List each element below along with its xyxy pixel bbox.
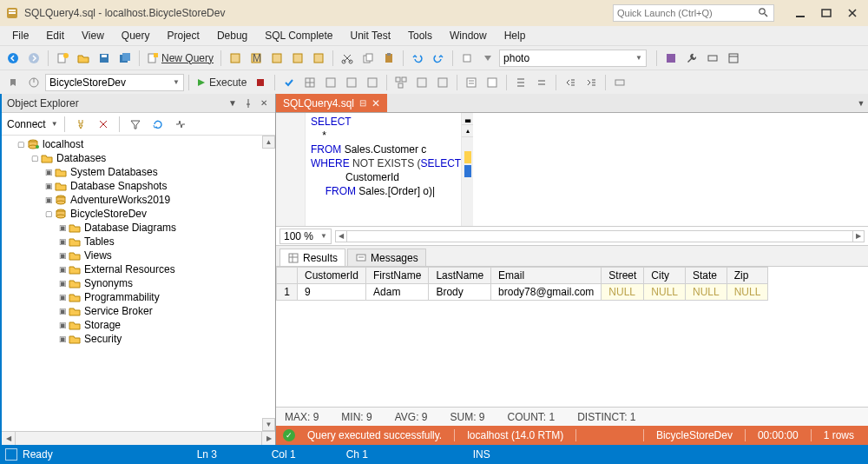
menu-tools[interactable]: Tools [401, 28, 439, 43]
tb-right-4[interactable] [724, 49, 743, 68]
new-item-button[interactable] [53, 49, 72, 68]
table-row[interactable]: 1 9 Adam Brody brody78@gmail.com NULL NU… [277, 284, 768, 301]
col-street[interactable]: Street [602, 268, 644, 284]
cell-city[interactable]: NULL [644, 284, 686, 301]
col-lastname[interactable]: LastName [429, 268, 491, 284]
tree-server[interactable]: ▢localhost [2, 137, 275, 151]
object-tree[interactable]: ▲ ▢localhost ▢Databases ▣System Database… [2, 136, 275, 431]
tree-diagrams[interactable]: ▣Database Diagrams [2, 221, 275, 235]
tree-views[interactable]: ▣Views [2, 249, 275, 262]
tb2-plan3[interactable] [433, 73, 452, 92]
tb2-btn1[interactable] [3, 73, 23, 92]
scroll-left[interactable]: ◀ [2, 432, 16, 445]
tb-right-1[interactable] [661, 49, 681, 68]
col-city[interactable]: City [644, 268, 686, 284]
menu-sql-complete[interactable]: SQL Complete [258, 28, 339, 43]
code-content[interactable]: SELECT * FROM Sales.Customer c WHERE NOT… [306, 113, 461, 226]
save-all-button[interactable] [115, 49, 135, 68]
tree-storage[interactable]: ▣Storage [2, 318, 275, 332]
menu-project[interactable]: Project [161, 28, 207, 43]
cell-zip[interactable]: NULL [727, 284, 768, 301]
connect-btn-disconnect[interactable] [94, 115, 113, 134]
tb-btn-group1c[interactable] [267, 49, 286, 68]
tb-btn-group1b[interactable]: MD [247, 49, 266, 68]
database-dropdown[interactable]: BicycleStoreDev▼ [45, 74, 184, 91]
pin-icon[interactable] [242, 97, 254, 109]
activity-button[interactable] [171, 115, 190, 134]
menu-query[interactable]: Query [115, 28, 157, 43]
save-button[interactable] [95, 49, 114, 68]
tab-results[interactable]: Results [279, 249, 345, 266]
scroll-down[interactable]: ▼ [262, 418, 275, 431]
refresh-button[interactable] [148, 115, 168, 134]
split-icon[interactable]: ▃ [462, 113, 473, 125]
scroll-left[interactable]: ◀ [335, 230, 347, 242]
tb2-text1[interactable] [462, 73, 481, 92]
code-editor[interactable]: SELECT * FROM Sales.Customer c WHERE NOT… [276, 113, 868, 226]
col-firstname[interactable]: FirstName [366, 268, 429, 284]
col-state[interactable]: State [686, 268, 727, 284]
filter-button[interactable] [126, 115, 145, 134]
paste-button[interactable] [379, 49, 398, 68]
quick-launch-input[interactable] [617, 8, 758, 18]
cell-lastname[interactable]: Brody [429, 284, 491, 301]
copy-button[interactable] [358, 49, 378, 68]
tb2-last[interactable] [610, 73, 629, 92]
tb2-btn2[interactable] [24, 73, 43, 92]
tb-btn-group1a[interactable] [226, 49, 245, 68]
stop-button[interactable] [251, 73, 270, 92]
comment-button[interactable] [511, 73, 530, 92]
scroll-right[interactable]: ▶ [852, 230, 865, 242]
cell-customerid[interactable]: 9 [298, 284, 366, 301]
new-query-button[interactable]: New Query [144, 49, 216, 68]
tb-right-wrench[interactable] [682, 49, 701, 68]
col-email[interactable]: Email [491, 268, 602, 284]
tb2-text2[interactable] [483, 73, 502, 92]
col-zip[interactable]: Zip [727, 268, 768, 284]
tb2-plan1[interactable] [391, 73, 411, 92]
tree-security[interactable]: ▣Security [2, 332, 275, 346]
nav-back-button[interactable] [3, 49, 23, 68]
tree-synonyms[interactable]: ▣Synonyms [2, 276, 275, 290]
tb2-grid1[interactable] [300, 73, 319, 92]
open-button[interactable] [74, 49, 93, 68]
results-grid[interactable]: CustomerId FirstName LastName Email Stre… [276, 266, 868, 407]
tb-btn-extra2[interactable] [478, 49, 497, 68]
connect-label[interactable]: Connect [7, 118, 46, 130]
parse-button[interactable] [279, 73, 299, 92]
col-customerid[interactable]: CustomerId [298, 268, 366, 284]
tb-btn-group1d[interactable] [288, 49, 307, 68]
minimize-button[interactable] [793, 6, 807, 20]
tree-external-resources[interactable]: ▣External Resources [2, 262, 275, 276]
quick-launch[interactable] [613, 4, 774, 22]
menu-edit[interactable]: Edit [39, 28, 71, 43]
editor-hscroll[interactable]: ◀▶ [335, 230, 865, 242]
cell-state[interactable]: NULL [686, 284, 727, 301]
tree-programmability[interactable]: ▣Programmability [2, 290, 275, 304]
scroll-right[interactable]: ▶ [261, 432, 275, 445]
menu-view[interactable]: View [75, 28, 111, 43]
tab-sqlquery4[interactable]: SQLQuery4.sql ⊟ ✕ [276, 94, 387, 112]
tb2-grid4[interactable] [363, 73, 382, 92]
zoom-dropdown[interactable]: 100 %▼ [279, 229, 332, 244]
tree-databases[interactable]: ▢Databases [2, 151, 275, 165]
tree-db-adventureworks[interactable]: ▣AdventureWorks2019 [2, 193, 275, 207]
menu-help[interactable]: Help [497, 28, 533, 43]
nav-icon[interactable]: ▴ [462, 125, 473, 137]
cut-button[interactable] [338, 49, 357, 68]
connect-btn-plug[interactable] [71, 115, 90, 134]
status-box-icon[interactable] [5, 448, 17, 461]
close-icon[interactable]: ✕ [258, 97, 270, 109]
tree-service-broker[interactable]: ▣Service Broker [2, 304, 275, 318]
tree-tables[interactable]: ▣Tables [2, 235, 275, 249]
cell-street[interactable]: NULL [602, 284, 644, 301]
indent-button[interactable] [582, 73, 601, 92]
explorer-hscroll[interactable]: ◀▶ [2, 431, 275, 445]
menu-window[interactable]: Window [443, 28, 494, 43]
menu-debug[interactable]: Debug [210, 28, 254, 43]
search-dropdown[interactable]: photo▼ [499, 50, 647, 67]
outdent-button[interactable] [561, 73, 580, 92]
chevron-down-icon[interactable]: ▼ [51, 120, 58, 128]
execute-button[interactable]: Execute [194, 73, 249, 92]
cell-email[interactable]: brody78@gmail.com [491, 284, 602, 301]
